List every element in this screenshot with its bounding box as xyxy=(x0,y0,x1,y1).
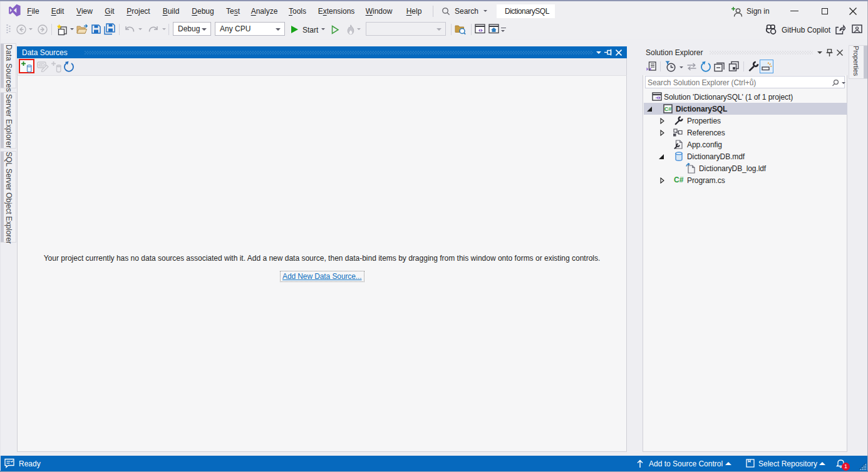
svg-text:C#: C# xyxy=(664,106,672,112)
